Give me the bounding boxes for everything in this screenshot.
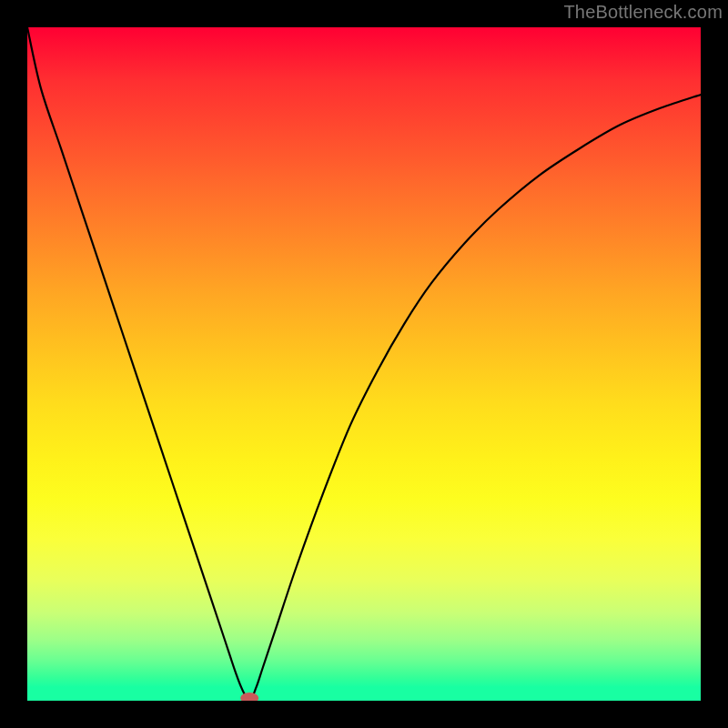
bottleneck-curve <box>27 27 701 701</box>
curve-svg <box>27 27 701 701</box>
plot-area <box>27 27 701 701</box>
optimum-marker <box>240 693 258 701</box>
chart-container: TheBottleneck.com <box>0 0 728 728</box>
watermark-text: TheBottleneck.com <box>563 2 723 23</box>
